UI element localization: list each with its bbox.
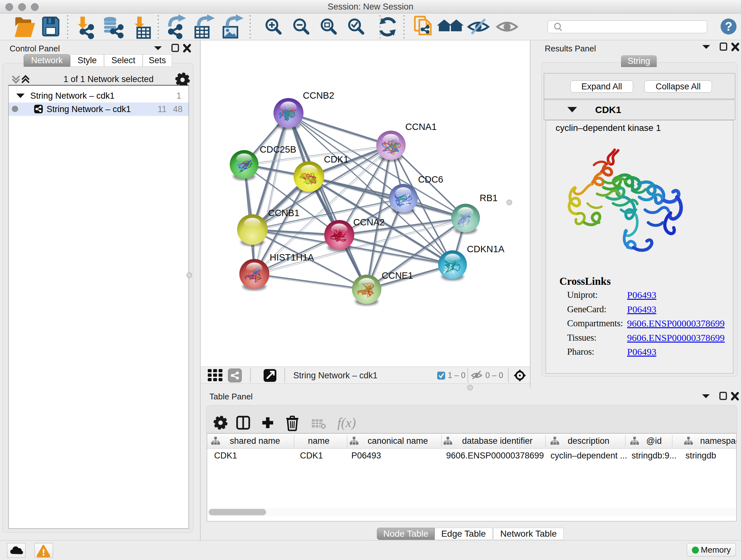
svg-text:0 – 0: 0 – 0 <box>485 371 503 380</box>
svg-text:CCNB1: CCNB1 <box>268 208 299 218</box>
svg-text:f(x): f(x) <box>337 415 356 430</box>
svg-text:CCNA2: CCNA2 <box>353 217 385 227</box>
svg-text:CCNA1: CCNA1 <box>405 122 436 132</box>
svg-text:CDC25B: CDC25B <box>260 144 296 154</box>
svg-text:CDC6: CDC6 <box>418 174 443 185</box>
svg-text:CCNB2: CCNB2 <box>303 90 334 101</box>
svg-text:?: ? <box>725 20 732 33</box>
svg-text:1 – 0: 1 – 0 <box>448 371 466 380</box>
svg-text:RB1: RB1 <box>480 193 497 203</box>
svg-text:CDK1: CDK1 <box>324 154 348 165</box>
svg-text:CDKN1A: CDKN1A <box>467 244 504 254</box>
svg-text:CCNE1: CCNE1 <box>382 270 413 281</box>
svg-text:HIST1H1A: HIST1H1A <box>270 252 314 262</box>
